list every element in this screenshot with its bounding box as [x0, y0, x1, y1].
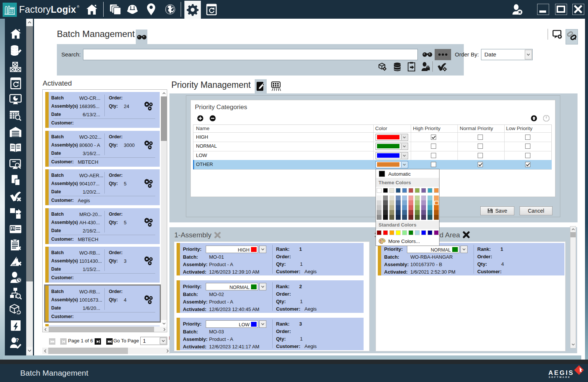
svg-text:?: ? [16, 337, 19, 343]
